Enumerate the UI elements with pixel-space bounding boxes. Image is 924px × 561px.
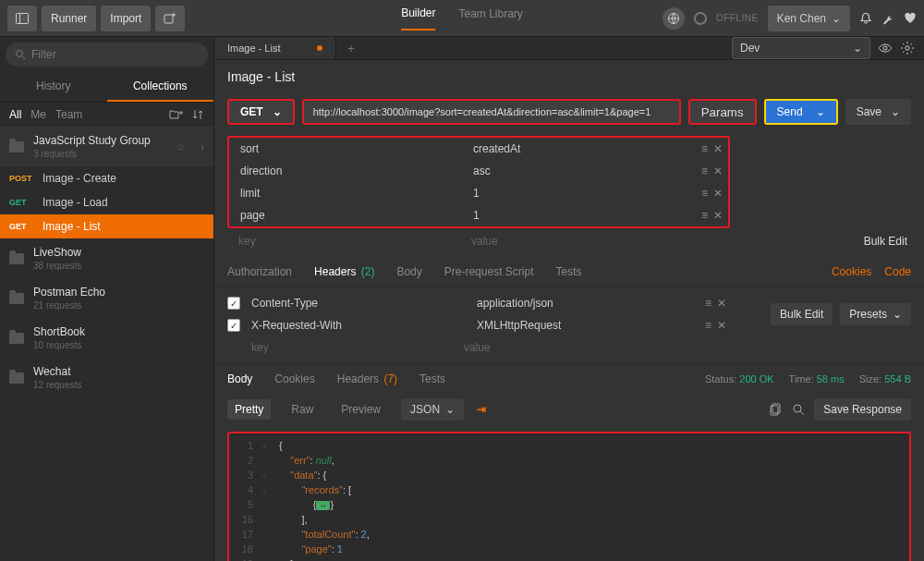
header-value[interactable]: application/json <box>477 297 689 310</box>
param-key[interactable]: sort <box>229 142 466 155</box>
checkbox[interactable]: ✓ <box>227 297 240 310</box>
scope-team[interactable]: Team <box>55 108 82 121</box>
new-tab-button[interactable]: ＋ <box>336 37 366 59</box>
param-value[interactable]: createdAt <box>466 142 687 155</box>
url-input[interactable] <box>302 99 681 125</box>
tab-collections[interactable]: Collections <box>107 72 214 102</box>
user-menu[interactable]: Ken Chen ⌄ <box>768 6 850 31</box>
response-body[interactable]: 1-{2 "err": null,3- "data": {4- "records… <box>227 432 911 561</box>
view-raw[interactable]: Raw <box>284 399 321 420</box>
cookies-link[interactable]: Cookies <box>832 265 871 278</box>
view-preview[interactable]: Preview <box>334 399 388 420</box>
add-collection-button[interactable] <box>169 108 184 121</box>
header-value[interactable]: XMLHttpRequest <box>477 319 689 332</box>
param-row[interactable]: sortcreatedAt≡✕ <box>229 138 728 160</box>
header-row[interactable]: ✓Content-Typeapplication/json≡✕ <box>227 292 726 314</box>
collection-sub: 21 requests <box>33 300 105 311</box>
header-key[interactable]: X-Requested-With <box>251 319 477 332</box>
save-response-button[interactable]: Save Response <box>814 398 911 421</box>
runner-button[interactable]: Runner <box>42 6 96 31</box>
sync-button[interactable] <box>663 7 685 30</box>
notifications-button[interactable] <box>859 12 872 25</box>
resp-tab-tests[interactable]: Tests <box>419 372 445 385</box>
headers-presets[interactable]: Presets ⌄ <box>840 303 911 325</box>
chevron-right-icon[interactable]: › <box>201 140 204 153</box>
tab-history[interactable]: History <box>0 72 107 102</box>
drag-handle-icon[interactable]: ≡ <box>701 142 706 155</box>
param-key[interactable]: page <box>229 209 466 222</box>
collection-item[interactable]: LiveShow 38 requests <box>0 238 213 278</box>
request-item[interactable]: POST Image - Create <box>0 166 213 190</box>
resp-tab-body[interactable]: Body <box>227 372 252 385</box>
drag-handle-icon[interactable]: ≡ <box>701 165 706 177</box>
code-line: 2 "err": null, <box>235 454 904 469</box>
method-dropdown[interactable]: GET ⌄ <box>227 99 295 125</box>
param-key[interactable]: limit <box>229 187 466 200</box>
header-key-input[interactable]: key <box>251 341 464 354</box>
param-row[interactable]: page1≡✕ <box>229 204 728 226</box>
toggle-sidebar-button[interactable] <box>7 6 37 31</box>
manage-env-button[interactable] <box>900 41 915 55</box>
code-link[interactable]: Code <box>884 265 911 278</box>
view-pretty[interactable]: Pretty <box>227 399 271 420</box>
heart-button[interactable] <box>904 12 917 25</box>
header-key[interactable]: Content-Type <box>251 297 477 310</box>
delete-icon[interactable]: ✕ <box>713 187 723 200</box>
param-row[interactable]: directionasc≡✕ <box>229 160 728 182</box>
quick-look-button[interactable] <box>878 41 893 55</box>
delete-icon[interactable]: ✕ <box>713 165 723 177</box>
delete-icon[interactable]: ✕ <box>717 297 726 310</box>
tab-body[interactable]: Body <box>396 265 421 278</box>
param-row[interactable]: limit1≡✕ <box>229 182 728 204</box>
param-value[interactable]: 1 <box>466 209 687 222</box>
new-window-button[interactable] <box>155 6 185 31</box>
collection-item[interactable]: ShortBook 10 requests <box>0 318 213 358</box>
scope-all[interactable]: All <box>9 108 21 121</box>
params-button[interactable]: Params <box>688 99 757 125</box>
param-key[interactable]: direction <box>229 165 466 177</box>
param-key-input[interactable]: key <box>227 235 464 248</box>
request-item[interactable]: GET Image - Load <box>0 190 213 214</box>
request-tab[interactable]: Image - List <box>214 37 336 59</box>
resp-tab-headers[interactable]: Headers (7) <box>337 372 397 385</box>
delete-icon[interactable]: ✕ <box>717 319 726 332</box>
nav-builder[interactable]: Builder <box>401 6 435 30</box>
header-row[interactable]: ✓X-Requested-WithXMLHttpRequest≡✕ <box>227 314 726 336</box>
environment-dropdown[interactable]: Dev ⌄ <box>732 37 870 59</box>
star-icon[interactable]: ☆ <box>176 140 186 153</box>
request-item-active[interactable]: GET Image - List <box>0 214 213 238</box>
headers-bulk-edit[interactable]: Bulk Edit <box>771 303 833 325</box>
collection-item[interactable]: JavaScript Study Group 3 requests ☆ › <box>0 127 213 166</box>
tab-prerequest[interactable]: Pre-request Script <box>444 265 534 278</box>
drag-handle-icon[interactable]: ≡ <box>701 187 706 200</box>
sort-button[interactable] <box>191 108 204 121</box>
format-dropdown[interactable]: JSON ⌄ <box>401 398 464 421</box>
delete-icon[interactable]: ✕ <box>713 209 723 222</box>
param-value[interactable]: asc <box>466 165 687 177</box>
bulk-edit-link[interactable]: Bulk Edit <box>864 235 911 248</box>
header-value-input[interactable]: value <box>464 341 491 354</box>
drag-handle-icon[interactable]: ≡ <box>701 209 706 222</box>
copy-button[interactable] <box>770 403 783 416</box>
resp-tab-cookies[interactable]: Cookies <box>274 372 314 385</box>
tab-tests[interactable]: Tests <box>555 265 581 278</box>
tab-authorization[interactable]: Authorization <box>227 265 292 278</box>
collection-item[interactable]: Postman Echo 21 requests <box>0 278 213 318</box>
import-button[interactable]: Import <box>101 6 151 31</box>
param-value[interactable]: 1 <box>466 187 687 200</box>
filter-input[interactable]: Filter <box>6 43 208 67</box>
tab-headers[interactable]: Headers (2) <box>314 265 374 278</box>
search-response-button[interactable] <box>792 403 805 416</box>
wrap-toggle[interactable]: ⇥ <box>477 403 486 416</box>
nav-team-library[interactable]: Team Library <box>459 7 523 30</box>
settings-button[interactable] <box>881 12 894 25</box>
checkbox[interactable]: ✓ <box>227 319 240 332</box>
scope-me[interactable]: Me <box>30 108 46 121</box>
collection-item[interactable]: Wechat 12 requests <box>0 358 213 397</box>
send-button[interactable]: Send ⌄ <box>764 99 838 125</box>
drag-handle-icon[interactable]: ≡ <box>705 297 710 310</box>
save-button[interactable]: Save ⌄ <box>845 99 911 125</box>
drag-handle-icon[interactable]: ≡ <box>705 319 710 332</box>
delete-icon[interactable]: ✕ <box>713 142 723 155</box>
param-value-input[interactable]: value <box>464 235 686 248</box>
